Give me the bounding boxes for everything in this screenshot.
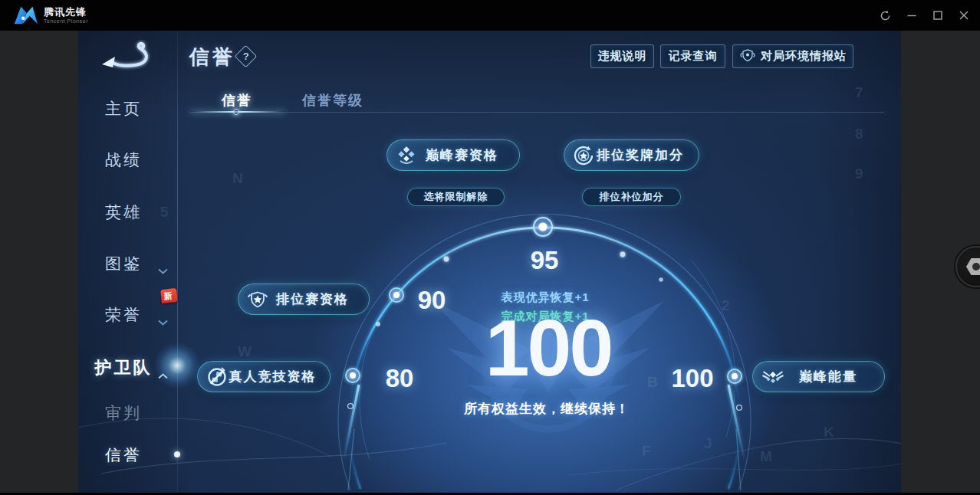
sidebar-item-guard-team[interactable]: 护卫队 [78,356,169,377]
sidebar-item-label: 主页 [105,100,142,117]
gauge-node-90 [390,288,403,302]
bg-glyph: 9 [855,166,863,182]
refresh-icon[interactable] [880,10,891,21]
perk-label: 巅峰能量 [784,368,884,385]
perk-peak-qualification[interactable]: 巅峰赛资格 [386,139,520,171]
maximize-icon[interactable] [932,10,943,21]
credit-gauge-arc [78,31,901,493]
bg-glyph: M [760,448,772,465]
match-env-intel-button[interactable]: 对局环境情报站 [732,44,853,68]
button-label: 记录查询 [669,49,718,64]
bg-glyph: B [647,374,658,391]
wing-emblem-watermark [432,300,665,429]
hexagon-nut-icon [965,255,980,278]
chevron-down-icon [158,260,168,278]
window-controls [880,0,969,31]
perk-label: 排位补位加分 [600,190,664,204]
button-label: 违规说明 [598,49,647,64]
gauge-node-100 [728,369,742,383]
sidebar-item-label: 护卫队 [95,358,153,377]
gauge-node-95 [534,218,552,236]
titlebar: 腾讯先锋 Tencent Pioneer [0,0,980,31]
sidebar-item-home[interactable]: 主页 [78,98,169,119]
sidebar-item-heroes[interactable]: 英雄 [78,202,169,222]
sidebar-item-judgment[interactable]: 审判 [78,402,169,423]
app-name: 腾讯先锋 [44,7,88,18]
perk-human-match-qualification[interactable]: 真人竞技资格 [197,361,331,392]
perk-label: 排位奖牌加分 [594,146,699,164]
sidebar-item-label: 英雄 [105,203,142,221]
minimize-icon[interactable] [906,10,917,21]
sidebar-item-label: 荣誉 [105,306,142,323]
chevron-up-icon [158,364,168,384]
recovery-line-performance: 表现优异恢复+1 [469,290,622,305]
tencent-pioneer-logo-icon [12,4,38,27]
tab-underline [189,112,884,113]
app-subtitle: Tencent Pioneer [44,18,88,24]
violation-info-button[interactable]: 违规说明 [590,44,654,68]
app-logo: 腾讯先锋 Tencent Pioneer [12,4,88,27]
sidebar-item-label: 战绩 [105,151,142,169]
bg-glyph: K [824,424,834,441]
sidebar-item-label: 信誉 [105,446,142,464]
gauge-mark-100: 100 [658,364,727,393]
perk-label: 排位赛资格 [268,290,369,308]
status-text: 所有权益生效，继续保持！ [409,400,685,418]
tab-credit[interactable]: 信誉 [222,91,252,110]
new-badge: 新 [160,288,178,303]
sidebar-divider [177,31,178,493]
vignette [78,31,901,493]
gauge-mark-90: 90 [397,286,466,315]
wing-badge-icon [739,48,756,65]
gauge-mark-95: 95 [510,246,579,275]
sidebar-item-gallery[interactable]: 图鉴 [78,253,169,274]
bg-glyph: F [642,443,651,460]
perk-rank-medal-bonus[interactable]: 排位奖牌加分 [564,139,699,171]
back-button[interactable] [97,38,152,74]
perk-peak-energy[interactable]: 巅峰能量 [752,361,885,392]
tab-credit-level[interactable]: 信誉等级 [302,91,363,110]
page-title: 信誉 [189,44,235,70]
bg-glyph: 2 [722,297,730,314]
diamond-cluster-icon [396,145,417,166]
bg-glyph: N [232,170,243,187]
active-tab-marker [233,109,239,115]
gauge-mark-80: 80 [365,364,434,393]
wing-diamond-icon [761,367,784,387]
help-icon[interactable]: ? [235,45,258,68]
game-content: 5 N 7 8 9 2 W B M J F K [78,31,901,493]
bg-glyph: 8 [855,126,863,143]
medal-star-icon [573,145,594,166]
gauge-node-80 [346,369,360,382]
button-label: 对局环境情报站 [761,49,847,64]
chevron-down-icon [158,311,168,329]
perk-label: 巅峰赛资格 [417,146,519,164]
perk-label: 选将限制解除 [424,190,488,204]
sidebar-item-credit[interactable]: 信誉 [78,444,169,465]
record-query-button[interactable]: 记录查询 [660,44,725,68]
shield-star-icon [247,290,268,310]
bg-glyph: 7 [855,84,863,101]
sidebar-item-label: 审判 [105,404,142,421]
perk-rank-qualification[interactable]: 排位赛资格 [238,284,370,315]
perk-hero-pick-unrestricted[interactable]: 选将限制解除 [407,188,505,206]
window-frame: 5 N 7 8 9 2 W B M J F K [0,31,980,493]
no-bot-icon [206,366,228,388]
perk-rank-fill-bonus[interactable]: 排位补位加分 [582,188,681,206]
bg-glyph: W [238,343,252,360]
recovery-line-complete: 完成对局恢复+1 [469,310,622,324]
sidebar-item-records[interactable]: 战绩 [78,149,169,170]
bg-glyph: J [704,435,712,452]
sidebar-item-label: 图鉴 [105,254,142,272]
sidebar-item-honor[interactable]: 荣誉 新 [78,304,169,325]
perk-label: 真人竞技资格 [228,368,330,385]
credit-score: 100 [395,308,702,388]
close-icon[interactable] [958,10,969,21]
